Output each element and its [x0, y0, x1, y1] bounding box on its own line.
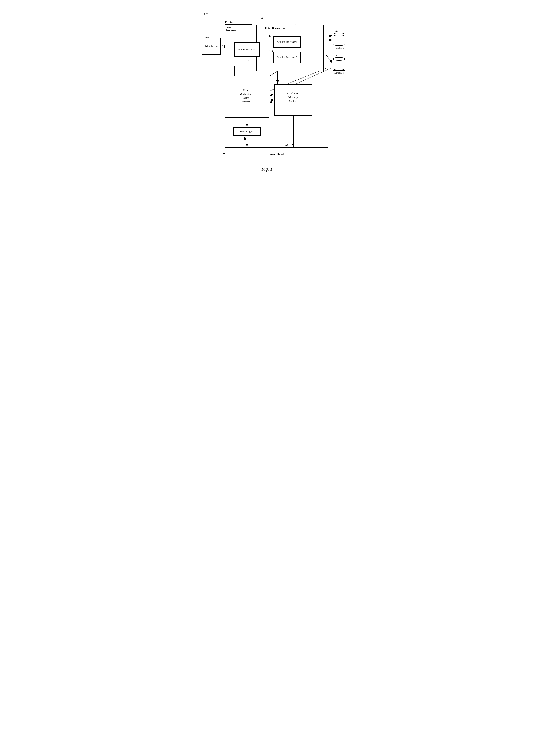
fig-label: Fig. 1	[202, 166, 332, 172]
ref-114: 114	[269, 49, 273, 53]
database1: Database	[333, 33, 345, 50]
db1-label: Database	[333, 47, 345, 50]
db2-label: Database	[333, 71, 345, 74]
ref-119: 119	[260, 128, 264, 132]
pmls-label: PrintMechanismLogicalSystem	[227, 89, 265, 104]
print-rasterizer-label: Print Rasterizer	[265, 27, 285, 30]
print-server-label: Print Server	[205, 45, 218, 48]
ref-112: 112	[267, 34, 271, 38]
print-processor-label: PrintProcessor	[226, 25, 237, 32]
print-head-box: Print Head	[225, 148, 328, 161]
lpms-label: Local PrintMemorySystem	[275, 92, 311, 103]
ref-100: 100	[204, 13, 209, 16]
print-rasterizer-box	[257, 25, 324, 71]
ref-110: 110	[248, 59, 252, 62]
ref-118: 118	[278, 80, 282, 84]
satellite2-box: Satellite Processor2	[273, 52, 301, 63]
printer-label: Printer	[225, 20, 234, 24]
database2: Database	[333, 57, 345, 74]
ref-121: 121	[334, 29, 339, 32]
ref-122: 122	[334, 54, 339, 57]
master-processor-label: Master Processor	[239, 48, 256, 51]
satellite1-box: Satellite Processor1	[273, 36, 301, 48]
print-engine-box: Print Engine	[233, 127, 261, 136]
satellite1-label: Satellite Processor1	[277, 40, 297, 43]
master-processor-box: Master Processor	[234, 42, 260, 57]
svg-line-11	[326, 55, 332, 63]
ref-104: 104	[259, 16, 263, 20]
ref-120: 120	[285, 143, 289, 147]
print-server-box: Print Server	[202, 38, 221, 55]
page: 100 Printer 104 102 Print Server 103 IPD…	[193, 4, 341, 184]
print-engine-label: Print Engine	[240, 130, 254, 133]
satellite2-label: Satellite Processor2	[277, 56, 297, 59]
ref-103: 103	[211, 54, 215, 57]
print-head-label: Print Head	[269, 152, 284, 156]
